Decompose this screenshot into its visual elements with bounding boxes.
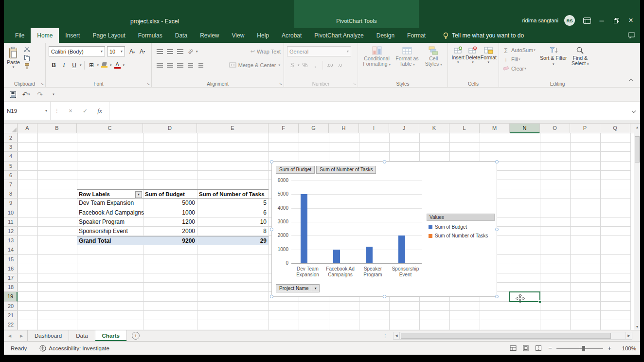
minimize-button[interactable]: ─	[594, 14, 609, 27]
fill-color-options-icon[interactable]: ▾	[110, 63, 112, 67]
wrap-text-button[interactable]: ↩ Wrap Text	[250, 48, 281, 54]
tab-review[interactable]: Review	[194, 28, 225, 43]
tab-file[interactable]: File	[9, 28, 31, 43]
restore-button[interactable]	[609, 14, 624, 27]
undo-options-icon[interactable]: ▾	[28, 92, 30, 96]
avatar[interactable]: RS	[564, 15, 575, 26]
select-all-corner[interactable]	[4, 124, 18, 133]
chevron-down-icon[interactable]: ▾	[121, 49, 123, 54]
italic-button[interactable]: I	[59, 60, 69, 70]
chevron-down-icon[interactable]: ▾	[347, 49, 349, 54]
add-sheet-button[interactable]: +	[132, 332, 140, 340]
copy-button[interactable]	[22, 54, 32, 62]
accessibility-status[interactable]: Accessibility: Investigate	[39, 345, 109, 352]
chevron-down-icon[interactable]: ▾	[101, 49, 103, 54]
increase-decimal-button[interactable]: .00	[325, 60, 335, 70]
tab-format[interactable]: Format	[401, 28, 432, 43]
vertical-scrollbar[interactable]: ▲ ▼	[634, 124, 640, 330]
borders-button[interactable]: ⊞	[87, 60, 96, 70]
sheet-tab-data[interactable]: Data	[69, 330, 95, 341]
middle-align-button[interactable]	[165, 47, 175, 56]
collapse-ribbon-button[interactable]	[629, 75, 632, 84]
horizontal-scrollbar[interactable]: ◀ ▶	[393, 332, 632, 340]
tab-pivotchart-analyze[interactable]: PivotChart Analyze	[308, 28, 370, 43]
formula-input[interactable]	[109, 102, 627, 120]
fill-color-button[interactable]	[100, 60, 109, 70]
number-format-combo[interactable]: General ▾	[287, 46, 351, 56]
center-button[interactable]	[165, 60, 175, 70]
font-color-options-icon[interactable]: ▾	[123, 63, 125, 67]
undo-button[interactable]: ↶▾	[20, 89, 32, 100]
decrease-decimal-button[interactable]: .0	[336, 60, 345, 70]
zoom-out-button[interactable]: −	[545, 344, 555, 352]
tab-view[interactable]: View	[226, 28, 251, 43]
column-header-D[interactable]: D	[143, 124, 197, 133]
underline-button[interactable]: U	[70, 60, 79, 70]
zoom-percentage[interactable]: 100%	[618, 345, 636, 351]
enter-icon[interactable]: ✓	[78, 108, 92, 114]
dialog-launcher-icon[interactable]: ↘	[279, 82, 282, 86]
column-header-K[interactable]: K	[419, 124, 449, 133]
cell-styles-button[interactable]: Cell Styles ▾	[422, 45, 446, 67]
close-button[interactable]: ×	[624, 14, 638, 27]
column-header-Q[interactable]: Q	[600, 124, 630, 133]
align-right-button[interactable]	[176, 60, 185, 70]
format-painter-button[interactable]	[22, 62, 32, 70]
decrease-indent-button[interactable]	[186, 60, 195, 70]
column-header-C[interactable]: C	[77, 124, 143, 133]
align-left-button[interactable]	[155, 60, 164, 70]
sheet-nav-left-icon[interactable]: ◀	[4, 330, 16, 341]
fill-handle[interactable]	[538, 300, 541, 303]
user-name[interactable]: ridima sangtani	[522, 18, 558, 23]
selected-cell-N19[interactable]	[509, 291, 540, 302]
orientation-options-icon[interactable]: ▾	[196, 50, 198, 54]
ribbon-display-options-button[interactable]	[580, 14, 594, 27]
scroll-down-icon[interactable]: ▼	[636, 323, 639, 330]
underline-options-icon[interactable]: ▾	[80, 63, 82, 67]
scroll-left-icon[interactable]: ◀	[393, 332, 400, 340]
sheet-tab-charts[interactable]: Charts	[95, 330, 127, 341]
cut-button[interactable]	[22, 45, 32, 54]
format-cells-button[interactable]: Format ▾	[481, 45, 497, 64]
dialog-launcher-icon[interactable]: ↘	[146, 82, 150, 86]
tab-data[interactable]: Data	[169, 28, 194, 43]
tab-home[interactable]: Home	[31, 28, 59, 43]
borders-options-icon[interactable]: ▾	[97, 63, 99, 67]
redo-button[interactable]: ↷	[34, 89, 46, 100]
decrease-font-size-button[interactable]: A▾	[138, 47, 147, 56]
zoom-slider-thumb[interactable]	[582, 346, 585, 351]
increase-font-size-button[interactable]: A▴	[127, 47, 137, 56]
column-header-L[interactable]: L	[449, 124, 480, 133]
accounting-format-button[interactable]: $	[287, 60, 297, 70]
zoom-in-button[interactable]: +	[604, 344, 615, 352]
find-select-button[interactable]: Find & Select ▾	[567, 45, 593, 67]
column-header-H[interactable]: H	[329, 124, 359, 133]
column-header-M[interactable]: M	[480, 124, 510, 133]
sheet-nav-right-icon[interactable]: ▶	[16, 330, 27, 341]
font-name-combo[interactable]: Calibri (Body) ▾	[49, 46, 105, 56]
insert-function-icon[interactable]: fx	[92, 107, 107, 115]
column-header-F[interactable]: F	[268, 124, 299, 133]
percent-style-button[interactable]: %	[301, 60, 310, 70]
bold-button[interactable]: B	[49, 60, 58, 70]
cancel-icon[interactable]: ×	[63, 108, 78, 114]
zoom-slider[interactable]	[556, 345, 603, 352]
normal-view-button[interactable]	[507, 343, 519, 354]
horizontal-scroll-thumb[interactable]	[401, 333, 611, 339]
name-box[interactable]: N19 ▾	[4, 102, 51, 120]
column-header-B[interactable]: B	[37, 124, 77, 133]
expand-formula-bar-button[interactable]	[627, 109, 640, 112]
grid-body[interactable]: 2345678910111213141516171819202122 Row L…	[4, 133, 634, 330]
dialog-launcher-icon[interactable]: ↘	[353, 82, 356, 86]
feedback-button[interactable]	[628, 32, 635, 41]
column-header-E[interactable]: E	[197, 124, 268, 133]
top-align-button[interactable]	[155, 47, 164, 56]
tab-help[interactable]: Help	[250, 28, 275, 43]
fill-button[interactable]: ↓Fill▾	[502, 54, 536, 64]
format-as-table-button[interactable]: Format as Table ▾	[393, 45, 421, 67]
page-break-view-button[interactable]	[532, 343, 545, 354]
merge-center-button[interactable]: Merge & Center ▾	[229, 62, 281, 68]
scroll-up-icon[interactable]: ▲	[636, 124, 639, 130]
horizontal-scroll-track[interactable]	[400, 332, 626, 340]
tab-acrobat[interactable]: Acrobat	[275, 28, 308, 43]
